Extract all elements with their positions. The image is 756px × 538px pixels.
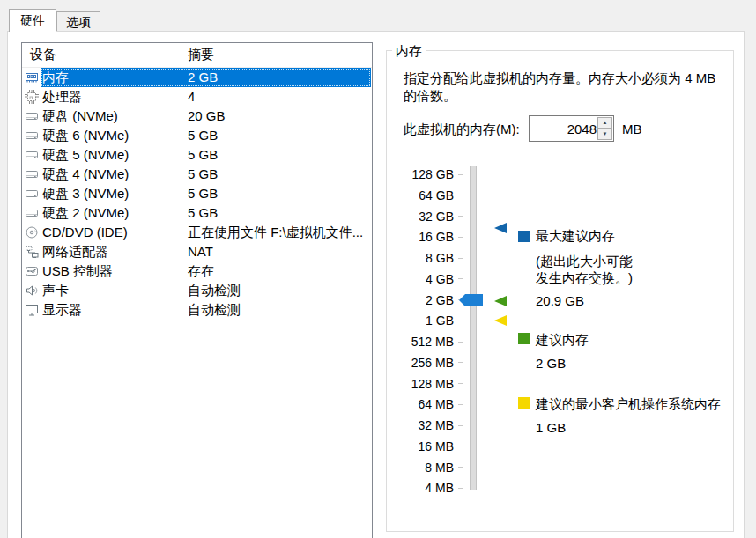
- scale-label: 4 GB: [386, 272, 454, 286]
- tab-options[interactable]: 选项: [56, 11, 100, 32]
- scale-tick: [458, 258, 463, 259]
- vm-settings-dialog: 硬件 选项 设备 摘要 内存2 GB处理器4硬盘 (NVMe)20 GB硬盘 6…: [0, 0, 756, 538]
- device-row[interactable]: 硬盘 (NVMe)20 GB: [22, 107, 372, 126]
- cd-icon: [25, 225, 39, 240]
- scale-label: 128 GB: [386, 167, 454, 181]
- scale-tick: [458, 195, 463, 195]
- device-summary: 存在: [188, 263, 214, 280]
- device-row[interactable]: CD/DVD (IDE)正在使用文件 F:\虚拟机文件...: [22, 223, 372, 242]
- scale-label: 2 GB: [386, 293, 454, 307]
- device-row[interactable]: 硬盘 5 (NVMe)5 GB: [22, 145, 372, 165]
- scale-label: 8 GB: [386, 251, 454, 265]
- device-name: 声卡: [42, 283, 69, 299]
- memory-size-input[interactable]: [530, 116, 599, 141]
- scale-tick: [458, 278, 463, 279]
- scale-tick: [458, 321, 463, 321]
- scale-label: 16 GB: [386, 230, 454, 244]
- disk-icon: [25, 206, 39, 220]
- scale-label: 64 MB: [386, 397, 454, 411]
- device-summary: 20 GB: [188, 108, 226, 123]
- device-summary: 自动检测: [188, 283, 241, 299]
- spin-down-icon[interactable]: ▼: [597, 129, 612, 140]
- recommended-memory-value: 2 GB: [536, 356, 566, 371]
- device-name: USB 控制器: [42, 263, 113, 280]
- column-header-summary: 摘要: [188, 47, 214, 63]
- max-memory-legend-swatch: [518, 231, 530, 242]
- device-row-body[interactable]: 显示器自动检测: [41, 300, 371, 320]
- memory-description-line2: 的倍数。: [404, 88, 456, 105]
- scale-label: 16 MB: [386, 439, 454, 453]
- minimum-memory-legend-label: 建议的最小客户机操作系统内存: [536, 396, 721, 413]
- device-summary: 2 GB: [188, 70, 218, 85]
- device-rows: 内存2 GB处理器4硬盘 (NVMe)20 GB硬盘 6 (NVMe)5 GB硬…: [22, 68, 372, 320]
- device-row[interactable]: 声卡自动检测: [22, 281, 372, 300]
- scale-label: 512 MB: [386, 335, 454, 349]
- scale-label: 32 GB: [386, 210, 454, 224]
- device-row-body[interactable]: 内存2 GB: [41, 68, 371, 87]
- scale-label: 256 MB: [386, 356, 454, 370]
- scale-tick: [458, 425, 463, 426]
- device-row-body[interactable]: 硬盘 4 (NVMe)5 GB: [41, 165, 371, 184]
- device-row[interactable]: 内存2 GB: [22, 68, 372, 87]
- device-list: 设备 摘要 内存2 GB处理器4硬盘 (NVMe)20 GB硬盘 6 (NVMe…: [21, 42, 373, 538]
- scale-label: 1 GB: [386, 313, 454, 328]
- device-row[interactable]: 硬盘 2 (NVMe)5 GB: [22, 203, 372, 223]
- scale-label: 32 MB: [386, 418, 454, 432]
- max-memory-legend-label: 最大建议内存: [536, 228, 615, 245]
- device-row-body[interactable]: USB 控制器存在: [41, 262, 371, 281]
- device-name: 处理器: [42, 89, 82, 106]
- device-row[interactable]: 显示器自动检测: [22, 300, 372, 320]
- scale-tick: [458, 488, 463, 489]
- device-summary: NAT: [188, 244, 213, 259]
- cpu-icon: [25, 90, 39, 104]
- device-row[interactable]: 硬盘 4 (NVMe)5 GB: [22, 165, 372, 184]
- device-row[interactable]: 处理器4: [22, 87, 372, 107]
- disk-icon: [25, 187, 39, 201]
- device-summary: 5 GB: [188, 147, 218, 162]
- memory-size-spinbox: ▲ ▼: [529, 115, 614, 142]
- recommended-memory-legend-swatch: [518, 333, 530, 344]
- scale-label: 8 MB: [386, 461, 454, 475]
- device-summary: 自动检测: [188, 302, 241, 319]
- device-summary: 5 GB: [188, 128, 218, 143]
- device-row-body[interactable]: 声卡自动检测: [41, 281, 371, 300]
- device-row[interactable]: 硬盘 3 (NVMe)5 GB: [22, 184, 372, 203]
- device-row-body[interactable]: CD/DVD (IDE)正在使用文件 F:\虚拟机文件...: [41, 223, 371, 242]
- device-row-body[interactable]: 处理器4: [41, 87, 371, 107]
- max-memory-value: 20.9 GB: [536, 293, 584, 308]
- device-row-body[interactable]: 网络适配器NAT: [41, 242, 371, 262]
- memory-group-title: 内存: [392, 43, 426, 60]
- scale-tick: [458, 467, 463, 468]
- device-row-body[interactable]: 硬盘 3 (NVMe)5 GB: [41, 184, 371, 203]
- device-row-body[interactable]: 硬盘 5 (NVMe)5 GB: [41, 145, 371, 165]
- memory-description-line1: 指定分配给此虚拟机的内存量。内存大小必须为 4 MB: [404, 70, 715, 87]
- device-row[interactable]: 网络适配器NAT: [22, 242, 372, 262]
- device-row-body[interactable]: 硬盘 2 (NVMe)5 GB: [41, 203, 371, 223]
- recommended-memory-legend-label: 建议内存: [536, 332, 589, 349]
- device-name: 硬盘 3 (NVMe): [42, 186, 129, 203]
- device-row-body[interactable]: 硬盘 6 (NVMe)5 GB: [41, 126, 371, 145]
- device-name: 硬盘 5 (NVMe): [42, 147, 129, 164]
- scale-label: 64 GB: [386, 188, 454, 203]
- disk-icon: [25, 167, 39, 181]
- device-summary: 4: [188, 89, 195, 104]
- device-list-header: 设备 摘要: [22, 43, 372, 68]
- tab-hardware[interactable]: 硬件: [9, 9, 56, 32]
- device-name: 硬盘 (NVMe): [42, 108, 118, 125]
- device-row-body[interactable]: 硬盘 (NVMe)20 GB: [41, 107, 371, 126]
- device-name: 硬盘 4 (NVMe): [42, 166, 129, 183]
- device-row[interactable]: 硬盘 6 (NVMe)5 GB: [22, 126, 372, 145]
- scale-tick: [458, 237, 463, 238]
- device-row[interactable]: USB 控制器存在: [22, 262, 372, 281]
- display-icon: [25, 303, 39, 317]
- scale-tick: [458, 362, 463, 363]
- minimum-memory-value: 1 GB: [536, 420, 566, 435]
- spin-buttons: ▲ ▼: [597, 117, 612, 140]
- memory-unit-label: MB: [622, 122, 642, 136]
- memory-size-label: 此虚拟机的内存(M):: [404, 122, 520, 138]
- scale-tick: [458, 342, 463, 343]
- scale-tick: [458, 404, 463, 405]
- max-memory-note-line2: 发生内存交换。): [536, 270, 633, 287]
- memory-slider-track[interactable]: [470, 166, 477, 490]
- spin-up-icon[interactable]: ▲: [597, 117, 612, 129]
